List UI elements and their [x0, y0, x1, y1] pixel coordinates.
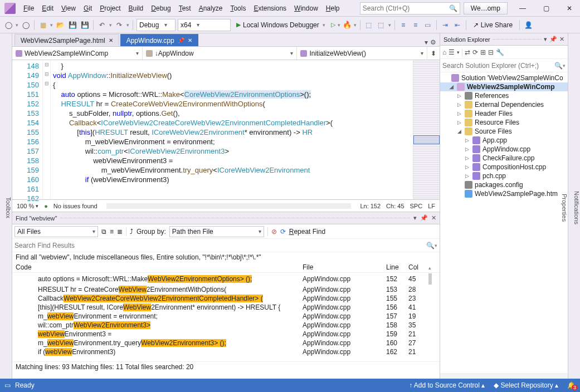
sync-icon[interactable]: ⇄: [465, 48, 470, 56]
tree-h-scrollbar[interactable]: [440, 373, 568, 379]
find-search[interactable]: 🔍▾: [12, 239, 440, 252]
find-row[interactable]: if (webViewEnvironment3)AppWindow.cpp162…: [12, 347, 440, 356]
tree-item[interactable]: ▷CompositionHost.cpp: [440, 163, 568, 171]
pin-icon[interactable]: ▾: [413, 214, 417, 222]
find-row[interactable]: m_webViewEnvironment = environment;AppWi…: [12, 312, 440, 321]
tab-WebView2SamplePage.html[interactable]: WebView2SamplePage.html ✕: [14, 34, 119, 46]
refresh-icon[interactable]: ⟳: [280, 228, 286, 236]
tree-item[interactable]: ▷App.cpp: [440, 136, 568, 145]
tree-item[interactable]: ▷References: [440, 91, 568, 100]
notifications-button[interactable]: 🔔3: [567, 381, 576, 389]
menu-file[interactable]: File: [20, 2, 37, 14]
tree-item[interactable]: ▷AppWindow.cpp: [440, 145, 568, 154]
tree-item[interactable]: ▷CheckFailure.cpp: [440, 154, 568, 163]
list-icon[interactable]: ≡: [110, 228, 114, 236]
tree-icon[interactable]: ≣: [117, 228, 123, 236]
toolbox-tab[interactable]: Toolbox: [0, 33, 12, 379]
search-input[interactable]: [363, 4, 449, 12]
redo-icon[interactable]: ↷: [114, 20, 124, 30]
tree-item[interactable]: ◢Source Files: [440, 127, 568, 136]
tree-item[interactable]: WebView2SamplePage.htm: [440, 189, 568, 198]
collapse-icon[interactable]: ⊟: [488, 48, 494, 56]
step2-icon[interactable]: ⬚: [376, 20, 386, 30]
pin-icon[interactable]: 📌: [549, 36, 557, 43]
h-scrollbar[interactable]: [106, 203, 352, 209]
tab-dropdown-icon[interactable]: ▾: [425, 38, 428, 46]
solution-root[interactable]: Solution 'WebView2SampleWinCo: [440, 74, 568, 82]
menu-window[interactable]: Window: [291, 2, 321, 14]
prev-icon[interactable]: ⤴: [130, 228, 133, 236]
minimize-button[interactable]: —: [514, 2, 531, 15]
bookmark-icon[interactable]: ▭: [423, 20, 433, 30]
open-icon[interactable]: 📂: [55, 20, 65, 30]
menu-analyze[interactable]: Analyze: [196, 2, 226, 14]
solution-search[interactable]: 🔍▾: [440, 59, 568, 72]
solution-badge[interactable]: We…omp: [464, 2, 508, 14]
menu-help[interactable]: Help: [323, 2, 343, 14]
solution-tree[interactable]: Solution 'WebView2SampleWinCo◢WebView2Sa…: [440, 72, 568, 373]
menu-build[interactable]: Build: [125, 2, 147, 14]
uncomment-icon[interactable]: ≡: [411, 20, 421, 30]
menu-edit[interactable]: Edit: [38, 2, 57, 14]
indent-icon[interactable]: ⇥: [440, 20, 450, 30]
tree-item[interactable]: ▷Resource Files: [440, 118, 568, 127]
start-debug-button[interactable]: ▶Local Windows Debugger▾: [233, 19, 329, 31]
scrollbar-up-icon[interactable]: ▴: [428, 265, 431, 271]
nav-class[interactable]: ↓ AppWindow: [143, 47, 298, 60]
find-filter[interactable]: All Files: [14, 226, 98, 237]
home-icon[interactable]: ⌂: [442, 48, 446, 56]
config-combo[interactable]: Debug: [137, 19, 176, 31]
hot-reload-icon[interactable]: 🔥: [343, 21, 352, 29]
find-columns[interactable]: CodeFileLineCol▴: [12, 262, 440, 273]
step-icon[interactable]: ⬚: [364, 20, 374, 30]
source-control-button[interactable]: ↑ Add to Source Control ▴: [409, 381, 485, 389]
menu-project[interactable]: Project: [96, 2, 124, 14]
minimap[interactable]: [413, 60, 440, 199]
find-row[interactable]: m_webViewEnvironment.try_queryWebView2En…: [12, 339, 440, 347]
pin2-icon[interactable]: 📌: [420, 214, 428, 222]
menu-git[interactable]: Git: [80, 2, 95, 14]
find-close-icon[interactable]: ✕: [431, 214, 436, 222]
drop-icon[interactable]: ▾: [544, 36, 547, 43]
tree-item[interactable]: ▷External Dependencies: [440, 100, 568, 109]
search-box[interactable]: 🔍: [360, 2, 460, 14]
group-by-combo[interactable]: Path then File: [169, 226, 264, 237]
copy-icon[interactable]: ⧉: [101, 228, 106, 236]
close-button[interactable]: ✕: [561, 2, 578, 15]
code-editor[interactable]: 1481491501511521531541551561571581591601…: [12, 60, 440, 199]
save-all-icon[interactable]: 💾: [80, 20, 90, 30]
menu-view[interactable]: View: [58, 2, 79, 14]
find-results[interactable]: auto options = Microsoft::WRL::MakeWebVi…: [12, 273, 440, 361]
find-row[interactable]: auto options = Microsoft::WRL::MakeWebVi…: [12, 273, 440, 285]
live-share-button[interactable]: ↗Live Share: [470, 19, 516, 31]
clear-icon[interactable]: ⊘: [271, 228, 277, 236]
code-area[interactable]: }void AppWindow::InitializeWebView(){ au…: [51, 60, 413, 199]
props-icon[interactable]: 🔧: [496, 48, 504, 56]
forward-icon[interactable]: ◯: [21, 20, 31, 30]
find-row[interactable]: wil::com_ptrWebView2Environment3>AppWind…: [12, 321, 440, 330]
solution-search-input[interactable]: [442, 62, 554, 70]
repo-button[interactable]: ◆ Select Repository ▴: [494, 381, 558, 389]
repeat-find[interactable]: RRepeat Findepeat Find: [289, 228, 325, 236]
views-icon[interactable]: ☰: [449, 48, 455, 56]
project-node[interactable]: ◢WebView2SampleWinComp: [440, 82, 568, 91]
properties-tab[interactable]: Properties: [561, 194, 568, 222]
tree-item[interactable]: packages.config: [440, 180, 568, 189]
find-row[interactable]: CallbackWebView2CreateCoreWebView2Enviro…: [12, 294, 440, 303]
menu-extensions[interactable]: Extensions: [250, 2, 290, 14]
comment-icon[interactable]: ≡: [398, 20, 408, 30]
nav-project[interactable]: WebView2SampleWinComp: [12, 47, 143, 60]
tab-close-icon[interactable]: ✕: [188, 37, 192, 43]
menu-test[interactable]: Test: [176, 2, 194, 14]
undo-icon[interactable]: ↶: [97, 20, 107, 30]
notifications-tab[interactable]: Notifications: [573, 191, 580, 224]
maximize-button[interactable]: ▢: [538, 2, 554, 15]
tree-item[interactable]: ▷Header Files: [440, 109, 568, 118]
nav-method[interactable]: InitializeWebView(): [297, 47, 427, 60]
output-icon[interactable]: ▭: [4, 381, 11, 389]
tab-AppWindow.cpp[interactable]: AppWindow.cpp 📌 ✕: [120, 34, 198, 46]
tree-item[interactable]: ▷pch.cpp: [440, 171, 568, 180]
platform-combo[interactable]: x64: [178, 19, 231, 31]
split-icon[interactable]: ⬍: [427, 50, 440, 57]
find-row[interactable]: [this](HRESULT result, ICoreWebView2Envi…: [12, 303, 440, 312]
